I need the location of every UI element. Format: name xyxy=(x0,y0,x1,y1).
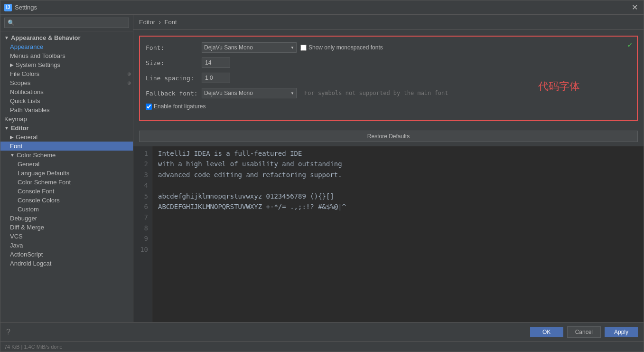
expand-arrow-icon: ▼ xyxy=(4,125,9,131)
sidebar-item-language-defaults[interactable]: Language Defaults xyxy=(0,169,133,178)
sidebar-item-path-variables[interactable]: Path Variables xyxy=(0,105,133,114)
expand-arrow-icon: ▶ xyxy=(10,134,14,140)
sidebar-item-java[interactable]: Java xyxy=(0,241,133,250)
font-row: Font: DejaVu Sans Mono Courier New Conso… xyxy=(146,42,631,53)
preview-area: 12345678910 IntelliJ IDEA is a full-feat… xyxy=(133,146,644,322)
mono-only-text: Show only monospaced fonts xyxy=(308,44,383,51)
expand-arrow-icon: ▶ xyxy=(10,62,14,67)
sidebar-item-custom[interactable]: Custom xyxy=(0,205,133,214)
fallback-label: Fallback font: xyxy=(146,90,198,97)
line-spacing-label: Line spacing: xyxy=(146,75,198,82)
copy-icon: ⊕ xyxy=(127,71,131,76)
size-row: Size: xyxy=(146,57,631,68)
sidebar-item-file-colors[interactable]: File Colors ⊕ xyxy=(0,69,133,78)
size-label: Size: xyxy=(146,59,198,67)
ok-button[interactable]: OK xyxy=(530,327,563,337)
breadcrumb-separator: › xyxy=(159,19,161,26)
sidebar-item-cs-general[interactable]: General xyxy=(0,160,133,169)
sidebar-item-color-scheme[interactable]: ▼ Color Scheme xyxy=(0,151,133,160)
font-select-wrapper: DejaVu Sans Mono Courier New Consolas Me… xyxy=(202,42,297,53)
expand-arrow-icon: ▼ xyxy=(4,35,9,40)
preview-chinese-text: 代码字体 xyxy=(538,79,580,94)
sidebar-item-android-logcat[interactable]: Android Logcat xyxy=(0,259,133,268)
restore-defaults-button[interactable]: Restore Defaults xyxy=(139,131,638,142)
expand-arrow-icon: ▼ xyxy=(10,152,15,158)
sidebar-item-menus-toolbars[interactable]: Menus and Toolbars xyxy=(0,51,133,60)
help-icon[interactable]: ? xyxy=(6,328,10,336)
breadcrumb: Editor › Font xyxy=(133,15,644,30)
apply-button[interactable]: Apply xyxy=(605,327,638,337)
status-text: 74 KiB | 1.4C MiB/s done xyxy=(4,344,63,350)
sidebar-item-console-font[interactable]: Console Font xyxy=(0,187,133,196)
font-settings-panel: Font: DejaVu Sans Mono Courier New Conso… xyxy=(133,30,644,127)
fallback-select-wrapper: DejaVu Sans Mono Courier New Consolas xyxy=(202,88,297,98)
breadcrumb-part1: Editor xyxy=(139,19,155,26)
copy-icon: ⊕ xyxy=(127,80,131,86)
window-title: Settings xyxy=(15,4,37,11)
search-bar xyxy=(0,15,133,31)
sidebar-item-system-settings[interactable]: ▶ System Settings xyxy=(0,60,133,69)
sidebar: ▼ Appearance & Behavior Appearance Menus… xyxy=(0,15,133,322)
mono-only-label[interactable]: Show only monospaced fonts xyxy=(300,44,383,51)
app-icon: IJ xyxy=(4,4,12,11)
title-bar-left: IJ Settings xyxy=(4,4,37,11)
sidebar-item-console-colors[interactable]: Console Colors xyxy=(0,196,133,205)
preview-code: IntelliJ IDEA is a full-featured IDE wit… xyxy=(152,146,644,322)
font-label: Font: xyxy=(146,44,198,51)
fallback-select[interactable]: DejaVu Sans Mono Courier New Consolas xyxy=(202,88,297,98)
title-bar: IJ Settings ✕ xyxy=(0,0,644,15)
ligatures-row: Enable font ligatures xyxy=(146,103,631,110)
status-bar: 74 KiB | 1.4C MiB/s done xyxy=(0,341,644,352)
content-area: Editor › Font Font: DejaVu Sans Mono Cou… xyxy=(133,15,644,322)
sidebar-item-appearance[interactable]: Appearance xyxy=(0,42,133,51)
check-icon: ✓ xyxy=(627,40,633,49)
sidebar-item-color-scheme-font[interactable]: Color Scheme Font xyxy=(0,178,133,187)
sidebar-item-font[interactable]: Font xyxy=(0,142,133,151)
sidebar-item-quick-lists[interactable]: Quick Lists xyxy=(0,96,133,105)
breadcrumb-part2: Font xyxy=(165,19,177,26)
sidebar-item-notifications[interactable]: Notifications xyxy=(0,87,133,96)
ligatures-text: Enable font ligatures xyxy=(154,103,205,110)
sidebar-tree: ▼ Appearance & Behavior Appearance Menus… xyxy=(0,31,133,322)
search-input[interactable] xyxy=(4,18,129,28)
close-button[interactable]: ✕ xyxy=(630,3,640,12)
settings-window: IJ Settings ✕ ▼ Appearance & Behavior Ap… xyxy=(0,0,644,352)
bottom-bar: ? OK Cancel Apply xyxy=(0,322,644,341)
mono-only-checkbox[interactable] xyxy=(300,45,307,51)
sidebar-item-actionscript[interactable]: ActionScript xyxy=(0,250,133,259)
main-area: ▼ Appearance & Behavior Appearance Menus… xyxy=(0,15,644,322)
ligatures-label[interactable]: Enable font ligatures xyxy=(146,103,205,110)
font-settings-box: Font: DejaVu Sans Mono Courier New Conso… xyxy=(139,36,638,121)
sidebar-item-diff-merge[interactable]: Diff & Merge xyxy=(0,223,133,232)
sidebar-item-keymap[interactable]: Keymap xyxy=(0,114,133,124)
fallback-hint: For symbols not supported by the main fo… xyxy=(304,90,448,96)
line-numbers: 12345678910 xyxy=(133,146,152,322)
size-input[interactable] xyxy=(202,57,230,68)
font-select[interactable]: DejaVu Sans Mono Courier New Consolas Me… xyxy=(202,42,297,53)
ligatures-checkbox[interactable] xyxy=(146,104,152,110)
sidebar-item-vcs[interactable]: VCS xyxy=(0,232,133,241)
sidebar-item-editor[interactable]: ▼ Editor xyxy=(0,124,133,133)
cancel-button[interactable]: Cancel xyxy=(567,326,601,338)
sidebar-item-scopes[interactable]: Scopes ⊕ xyxy=(0,78,133,87)
sidebar-item-appearance-behavior[interactable]: ▼ Appearance & Behavior xyxy=(0,33,133,42)
line-spacing-input[interactable] xyxy=(202,73,230,83)
sidebar-item-debugger[interactable]: Debugger xyxy=(0,214,133,223)
sidebar-item-general[interactable]: ▶ General xyxy=(0,133,133,142)
